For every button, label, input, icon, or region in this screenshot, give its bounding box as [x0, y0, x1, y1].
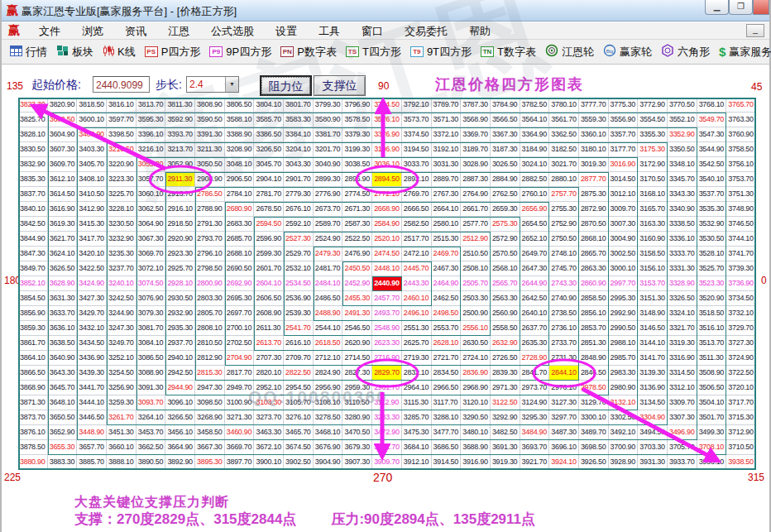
- grid-cell[interactable]: 2760.10: [520, 187, 550, 202]
- start-price-input[interactable]: [93, 76, 150, 93]
- grid-cell[interactable]: 2676.10: [284, 202, 314, 217]
- grid-cell[interactable]: 2520.10: [372, 232, 402, 247]
- grid-cell[interactable]: 3633.70: [48, 306, 78, 321]
- grid-cell[interactable]: 3732.10: [726, 306, 756, 321]
- grid-cell[interactable]: 2750.50: [549, 232, 579, 247]
- grid-cell[interactable]: 2776.90: [314, 187, 343, 202]
- grid-cell[interactable]: 3184.90: [520, 142, 550, 157]
- grid-cell[interactable]: 2652.10: [520, 232, 550, 247]
- grid-cell[interactable]: 3746.50: [726, 217, 756, 232]
- grid-cell[interactable]: 2995.30: [609, 291, 639, 306]
- grid-cell[interactable]: 2990.50: [609, 321, 639, 336]
- grid-cell[interactable]: 3883.30: [48, 455, 78, 470]
- grid-cell[interactable]: 3506.50: [697, 381, 727, 395]
- grid-cell[interactable]: 2810.50: [195, 336, 225, 351]
- grid-cell[interactable]: 3441.70: [77, 381, 107, 395]
- grid-cell[interactable]: 3528.10: [697, 247, 727, 261]
- grid-cell[interactable]: 2848.90: [579, 351, 609, 366]
- grid-cell[interactable]: 2968.90: [461, 381, 491, 395]
- grid-cell[interactable]: 2769.70: [402, 187, 432, 202]
- grid-cell[interactable]: 3475.30: [402, 425, 432, 440]
- grid-cell[interactable]: 3408.10: [77, 172, 107, 187]
- grid-cell[interactable]: 3448.90: [77, 425, 107, 440]
- grid-cell[interactable]: 3093.70: [136, 395, 166, 410]
- grid-cell[interactable]: 3120.10: [461, 395, 491, 410]
- grid-cell[interactable]: 3252.10: [107, 351, 136, 366]
- grid-cell[interactable]: 3129.70: [579, 395, 609, 410]
- grid-cell[interactable]: 3328.90: [668, 276, 697, 291]
- grid-cell[interactable]: 3513.70: [697, 336, 727, 351]
- grid-cell[interactable]: 3928.90: [609, 455, 639, 470]
- grid-cell[interactable]: 3398.50: [107, 127, 136, 142]
- grid-cell[interactable]: 3600.10: [77, 113, 107, 127]
- grid-cell[interactable]: 2827.30: [342, 366, 372, 381]
- grid-cell[interactable]: 3309.70: [668, 395, 697, 410]
- grid-cell[interactable]: 2491.30: [342, 306, 372, 321]
- grid-cell[interactable]: 3002.50: [609, 247, 639, 261]
- grid-cell[interactable]: 2959.30: [342, 381, 372, 395]
- grid-cell[interactable]: 2688.10: [225, 247, 255, 261]
- grid-cell[interactable]: 3235.30: [107, 247, 136, 261]
- grid-cell[interactable]: 2916.10: [165, 202, 195, 217]
- grid-cell[interactable]: 2824.90: [314, 366, 343, 381]
- grid-cell[interactable]: 3220.90: [107, 157, 136, 172]
- grid-cell[interactable]: 3100.90: [225, 395, 255, 410]
- grid-cell[interactable]: 2716.90: [372, 351, 402, 366]
- grid-cell[interactable]: 3789.70: [432, 98, 462, 113]
- grid-cell[interactable]: 3271.30: [225, 410, 255, 425]
- grid-cell[interactable]: 3739.30: [726, 261, 756, 276]
- grid-cell[interactable]: 2575.30: [491, 217, 520, 232]
- grid-cell[interactable]: 3655.30: [48, 440, 78, 455]
- menu-item-news[interactable]: 资讯: [114, 23, 157, 39]
- grid-cell[interactable]: 2488.90: [314, 306, 343, 321]
- grid-cell[interactable]: 2664.10: [432, 202, 462, 217]
- grid-cell[interactable]: 3907.30: [342, 455, 372, 470]
- grid-cell[interactable]: 3182.50: [549, 142, 579, 157]
- toolbar-item-9p-square[interactable]: P99P四方形: [209, 45, 271, 60]
- grid-cell[interactable]: 3648.10: [48, 395, 78, 410]
- grid-cell[interactable]: 3139.30: [638, 366, 668, 381]
- grid-cell[interactable]: 3343.30: [668, 187, 697, 202]
- grid-cell[interactable]: 2467.30: [432, 261, 462, 276]
- grid-cell[interactable]: 3117.70: [432, 395, 462, 410]
- grid-cell[interactable]: 3933.70: [668, 455, 697, 470]
- grid-cell[interactable]: 3081.70: [136, 321, 166, 336]
- grid-cell[interactable]: 2952.10: [254, 381, 284, 395]
- grid-cell[interactable]: 3518.50: [697, 306, 727, 321]
- grid-cell[interactable]: 2923.30: [165, 247, 195, 261]
- grid-cell[interactable]: 3331.30: [668, 261, 697, 276]
- grid-cell[interactable]: 3780.10: [549, 98, 579, 113]
- grid-cell[interactable]: 2860.90: [579, 276, 609, 291]
- grid-cell[interactable]: 2973.70: [520, 381, 550, 395]
- grid-cell[interactable]: 2546.50: [342, 321, 372, 336]
- grid-cell[interactable]: 3878.50: [18, 440, 48, 455]
- grid-cell[interactable]: 2812.90: [195, 351, 225, 366]
- grid-cell[interactable]: 3892.90: [165, 455, 195, 470]
- grid-cell[interactable]: 2712.10: [314, 351, 343, 366]
- grid-cell[interactable]: 3487.30: [549, 425, 579, 440]
- grid-cell[interactable]: 3924.10: [549, 455, 579, 470]
- grid-cell[interactable]: 3876.10: [18, 425, 48, 440]
- grid-cell[interactable]: 2443.30: [402, 276, 432, 291]
- grid-cell[interactable]: 2757.70: [549, 187, 579, 202]
- menu-item-settings[interactable]: 设置: [265, 23, 308, 39]
- grid-cell[interactable]: 2642.50: [520, 291, 550, 306]
- grid-cell[interactable]: 2937.70: [165, 336, 195, 351]
- grid-cell[interactable]: 2702.50: [225, 336, 255, 351]
- grid-cell[interactable]: 2978.50: [579, 381, 609, 395]
- grid-cell[interactable]: 3391.30: [195, 127, 225, 142]
- grid-cell[interactable]: 3921.70: [520, 455, 550, 470]
- grid-cell[interactable]: 3748.90: [726, 202, 756, 217]
- grid-cell[interactable]: 2822.50: [284, 366, 314, 381]
- grid-cell[interactable]: 3499.30: [697, 425, 727, 440]
- grid-cell[interactable]: 3856.90: [18, 306, 48, 321]
- grid-cell[interactable]: 2455.30: [342, 291, 372, 306]
- grid-cell[interactable]: 3684.10: [402, 440, 432, 455]
- grid-cell[interactable]: 3669.70: [225, 440, 255, 455]
- grid-cell[interactable]: 3386.50: [254, 127, 284, 142]
- grid-cell[interactable]: 3667.30: [195, 440, 225, 455]
- menu-item-tools[interactable]: 工具: [308, 23, 351, 39]
- grid-cell[interactable]: 3904.90: [314, 455, 343, 470]
- grid-cell[interactable]: 3196.90: [372, 142, 402, 157]
- grid-cell[interactable]: 3912.10: [402, 455, 432, 470]
